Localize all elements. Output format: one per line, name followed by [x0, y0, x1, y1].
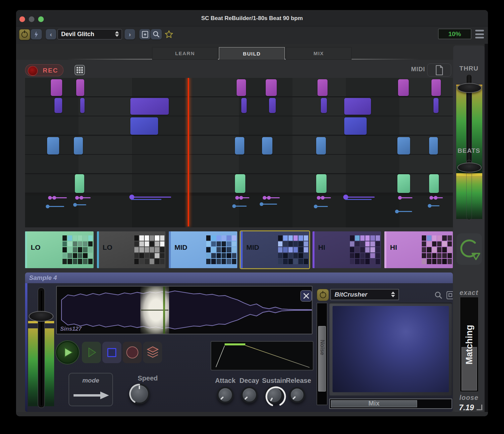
- seq-note[interactable]: [431, 79, 441, 96]
- automation-point[interactable]: [263, 196, 266, 200]
- seq-note[interactable]: [241, 98, 247, 113]
- automation-point[interactable]: [73, 203, 77, 207]
- beats-slider-handle[interactable]: [457, 162, 482, 173]
- noise-slider-handle[interactable]: Noise: [318, 326, 326, 392]
- close-sample-button[interactable]: [300, 290, 312, 302]
- automation-line[interactable]: [130, 197, 171, 198]
- pad-hi-1[interactable]: HI: [312, 231, 381, 268]
- seq-note[interactable]: [397, 174, 410, 193]
- play-button[interactable]: [56, 341, 79, 364]
- sample-header[interactable]: Sample 4: [25, 273, 453, 283]
- seq-note[interactable]: [344, 98, 371, 115]
- midi-export-button[interactable]: [427, 64, 451, 77]
- automation-point[interactable]: [46, 205, 49, 208]
- xy-pad[interactable]: [333, 306, 449, 392]
- seq-note[interactable]: [266, 79, 277, 96]
- seq-note[interactable]: [130, 98, 169, 115]
- seq-note[interactable]: [74, 137, 83, 154]
- mode-selector[interactable]: mode: [69, 373, 113, 406]
- seq-note[interactable]: [316, 137, 326, 154]
- automation-point[interactable]: [75, 196, 79, 200]
- automation-point[interactable]: [235, 196, 239, 200]
- fx-search-button[interactable]: [433, 290, 444, 301]
- waveform-display[interactable]: Sins127: [56, 286, 312, 334]
- sample-fader-track[interactable]: [38, 288, 45, 408]
- loop-button[interactable]: [457, 233, 482, 265]
- seq-note[interactable]: [316, 174, 327, 193]
- seq-note[interactable]: [76, 79, 84, 96]
- fx-select[interactable]: BitCrusher: [330, 289, 399, 300]
- automation-point[interactable]: [321, 196, 325, 200]
- pad-lo-1[interactable]: LO: [25, 231, 94, 268]
- tab-build[interactable]: BUILD: [219, 47, 285, 60]
- thru-slider-handle[interactable]: [457, 83, 482, 93]
- seq-note[interactable]: [344, 117, 367, 135]
- automation-point[interactable]: [232, 204, 236, 208]
- automation-point[interactable]: [434, 196, 437, 200]
- automation-point[interactable]: [80, 196, 83, 200]
- seq-note[interactable]: [321, 98, 327, 113]
- preset-select[interactable]: Devil Glitch: [57, 29, 122, 39]
- automation-line[interactable]: [131, 199, 161, 200]
- speed-knob[interactable]: [129, 384, 150, 404]
- search-preset-button[interactable]: [151, 29, 162, 39]
- attack-knob[interactable]: [217, 387, 234, 403]
- automation-point[interactable]: [48, 196, 52, 200]
- automation-point[interactable]: [314, 205, 318, 208]
- automation-point[interactable]: [52, 196, 56, 200]
- menu-button[interactable]: [475, 30, 484, 38]
- automation-point[interactable]: [428, 204, 431, 208]
- automation-line[interactable]: [344, 197, 375, 198]
- automation-point[interactable]: [317, 196, 321, 200]
- seq-note[interactable]: [54, 98, 62, 113]
- automation-line[interactable]: [345, 199, 372, 200]
- power-button[interactable]: [19, 29, 30, 40]
- seq-note[interactable]: [318, 79, 328, 96]
- noise-slider[interactable]: Noise: [317, 303, 328, 405]
- next-preset-button[interactable]: ›: [125, 29, 135, 39]
- seq-note[interactable]: [433, 98, 438, 113]
- fx-expand-button[interactable]: [445, 290, 453, 301]
- layers-button[interactable]: [143, 342, 162, 363]
- automation-point[interactable]: [260, 202, 263, 206]
- mix-slider[interactable]: Mix: [329, 399, 452, 409]
- tab-learn[interactable]: LEARN: [152, 47, 218, 60]
- pad-mid-1[interactable]: MID: [169, 231, 237, 268]
- sample-record-button[interactable]: [123, 342, 142, 363]
- step-grid[interactable]: [25, 78, 453, 227]
- prev-preset-button[interactable]: ‹: [46, 29, 56, 39]
- tab-mix[interactable]: MIX: [286, 47, 352, 60]
- seq-note[interactable]: [75, 174, 84, 193]
- seq-note[interactable]: [80, 98, 85, 113]
- favorite-button[interactable]: [163, 29, 174, 39]
- seq-note[interactable]: [237, 79, 246, 96]
- fx-power-button[interactable]: [317, 289, 329, 301]
- seq-note[interactable]: [235, 174, 245, 193]
- record-button[interactable]: REC: [25, 64, 64, 76]
- seq-note[interactable]: [269, 98, 276, 113]
- pad-hi-2[interactable]: HI: [384, 231, 453, 268]
- sync-button[interactable]: [31, 29, 42, 39]
- automation-point[interactable]: [429, 196, 433, 200]
- waveform-playhead[interactable]: [163, 287, 165, 334]
- seq-note[interactable]: [397, 137, 410, 154]
- envelope-display[interactable]: [211, 341, 313, 370]
- stop-button[interactable]: [102, 342, 121, 363]
- play-once-button[interactable]: [82, 342, 101, 363]
- playhead[interactable]: [187, 78, 189, 226]
- quantize-grid-button[interactable]: [75, 65, 85, 75]
- seq-note[interactable]: [47, 137, 59, 154]
- decay-knob[interactable]: [241, 387, 258, 403]
- sustain-knob[interactable]: [265, 386, 283, 404]
- seq-note[interactable]: [130, 117, 158, 135]
- release-knob[interactable]: [289, 387, 305, 403]
- pad-lo-2[interactable]: LO: [97, 231, 165, 268]
- automation-point[interactable]: [267, 196, 271, 200]
- pad-mid-2-selected[interactable]: MID: [241, 231, 309, 268]
- seq-note[interactable]: [235, 137, 244, 154]
- sample-fader-handle[interactable]: [29, 311, 53, 322]
- seq-note[interactable]: [398, 79, 409, 96]
- automation-point[interactable]: [239, 196, 243, 200]
- seq-note[interactable]: [262, 137, 272, 154]
- seq-note[interactable]: [429, 174, 439, 193]
